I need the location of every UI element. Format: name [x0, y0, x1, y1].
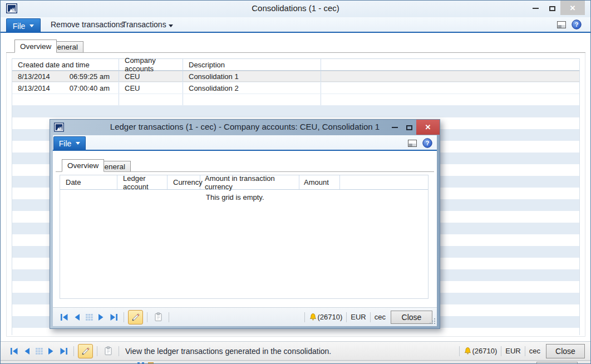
next-record-icon [47, 347, 56, 355]
child-titlebar[interactable]: Ledger transactions (1 - cec) - Company … [50, 120, 440, 135]
main-titlebar[interactable]: Consolidations (1 - cec) ✕ [1, 1, 590, 17]
previous-record-button[interactable] [21, 347, 33, 356]
toolbar-separator [119, 346, 119, 356]
minimize-icon [533, 8, 539, 9]
file-menu-button[interactable]: File [6, 18, 41, 33]
previous-record-icon [72, 313, 81, 321]
grid-view-button[interactable] [33, 347, 45, 356]
column-header-amount-transaction-currency[interactable]: Amount in transaction currency [200, 175, 299, 189]
menu-item-remove-transactions[interactable]: Remove transactions [51, 17, 124, 32]
tab-overview[interactable]: Overview [62, 159, 104, 172]
notifications-bell-icon[interactable] [309, 313, 317, 322]
ledger-transactions-grid: Date Ledger account Currency Amount in t… [60, 175, 429, 299]
main-status-bar: View the ledger transactions generated i… [1, 341, 591, 360]
notification-count[interactable]: (26710) [318, 313, 343, 321]
tabstrip-divider [6, 52, 585, 53]
maximize-icon [549, 6, 555, 11]
first-record-button[interactable] [8, 347, 21, 356]
window-title: Consolidations (1 - cec) [1, 3, 590, 13]
toolbar-separator [459, 346, 460, 356]
maximize-button[interactable] [544, 1, 560, 16]
minimize-button[interactable] [527, 1, 544, 16]
first-record-button[interactable] [58, 313, 71, 322]
first-record-icon [10, 347, 19, 355]
column-header-date[interactable]: Date [60, 175, 117, 189]
column-header-ledger-account[interactable]: Ledger account [117, 175, 168, 189]
last-record-icon [109, 313, 118, 321]
created-date: 8/13/2014 [18, 84, 50, 92]
currency-indicator: EUR [505, 347, 520, 355]
description-cell: Consolidation 1 [183, 71, 321, 82]
next-record-button[interactable] [45, 347, 57, 356]
tab-overview[interactable]: Overview [14, 40, 57, 53]
notifications-bell-icon[interactable] [464, 347, 472, 356]
clipboard-icon [104, 346, 112, 356]
paste-record-button[interactable] [101, 344, 115, 358]
column-header-company-accounts[interactable]: Company accounts [119, 59, 183, 70]
table-row-consolidation-2[interactable]: 8/13/201407:00:40 am CEU Consolidation 2 [12, 82, 579, 94]
first-record-icon [60, 313, 69, 321]
edit-record-button[interactable] [78, 344, 93, 358]
column-header-amount[interactable]: Amount [299, 175, 340, 189]
toolbar-separator [525, 346, 525, 356]
child-menubar: File ? [53, 135, 437, 151]
last-record-button[interactable] [57, 347, 70, 356]
svg-text:?: ? [426, 140, 430, 146]
company-indicator[interactable]: cec [529, 347, 540, 355]
consolidations-grid: Created date and time Company accounts D… [12, 58, 580, 106]
table-row-empty[interactable] [12, 94, 579, 106]
grid-view-button[interactable] [83, 313, 95, 322]
maximize-button[interactable] [402, 120, 416, 135]
child-window-body: File ? [53, 135, 437, 326]
grid-view-icon [85, 313, 93, 321]
grid-empty-message: This grid is empty. [206, 193, 264, 201]
column-header-filler [321, 59, 579, 70]
close-form-button[interactable]: Close [391, 311, 432, 324]
toolbar-separator [147, 312, 147, 322]
file-menu-button[interactable]: File [53, 136, 86, 150]
svg-text:?: ? [575, 21, 579, 28]
grid-view-icon [35, 347, 43, 355]
toolbar-separator [501, 346, 501, 356]
tabstrip-divider [56, 171, 434, 172]
help-icon[interactable]: ? [572, 19, 582, 29]
previous-record-button[interactable] [71, 313, 83, 322]
menu-item-transactions[interactable]: Transactions [122, 17, 173, 32]
next-record-icon [97, 313, 106, 321]
layout-pane-icon[interactable] [557, 21, 566, 28]
column-header-filler [340, 175, 428, 189]
table-row-consolidation-1[interactable]: 8/13/201406:59:25 am CEU Consolidation 1 [12, 71, 579, 82]
clipboard-icon [154, 312, 162, 322]
last-record-button[interactable] [107, 313, 120, 322]
edit-record-button[interactable] [128, 310, 143, 324]
notification-count[interactable]: (26710) [472, 347, 498, 355]
close-icon: ✕ [425, 123, 431, 131]
next-record-button[interactable] [95, 313, 107, 322]
toolbar-separator [346, 312, 347, 322]
close-window-button[interactable]: ✕ [416, 120, 440, 135]
main-menubar: File Remove transactions Transactions ? [1, 17, 590, 33]
maximize-icon [406, 125, 412, 130]
created-time: 07:00:40 am [70, 84, 110, 92]
close-form-button[interactable]: Close [546, 344, 585, 358]
column-header-currency[interactable]: Currency [168, 175, 200, 189]
last-record-icon [59, 347, 68, 355]
created-date: 8/13/2014 [18, 72, 50, 81]
minimize-button[interactable] [387, 120, 402, 135]
currency-indicator: EUR [351, 313, 366, 321]
resize-grip[interactable] [429, 318, 436, 325]
window-title: Ledger transactions (1 - cec) - Company … [50, 122, 440, 131]
layout-pane-icon[interactable] [408, 140, 417, 147]
close-window-button[interactable]: ✕ [560, 1, 585, 15]
toolbar-separator [370, 312, 371, 322]
background-window-strip [1, 360, 590, 364]
column-header-description[interactable]: Description [183, 59, 321, 70]
toolbar-separator [304, 312, 305, 322]
consolidations-window: Consolidations (1 - cec) ✕ File Remove t… [0, 0, 591, 364]
column-header-created-date[interactable]: Created date and time [12, 59, 119, 70]
help-icon[interactable]: ? [422, 138, 432, 148]
toolbar-separator [97, 346, 97, 356]
paste-record-button[interactable] [151, 310, 165, 324]
company-accounts-cell: CEU [119, 82, 183, 94]
company-indicator[interactable]: cec [375, 313, 386, 321]
